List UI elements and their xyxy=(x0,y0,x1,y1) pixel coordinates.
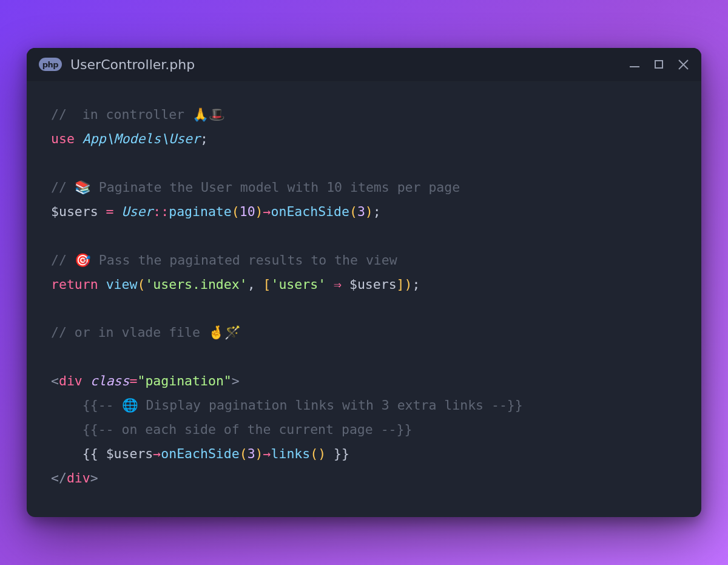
code-paren: ) xyxy=(255,204,263,219)
code-angle: </ xyxy=(51,470,67,485)
code-paren: ) xyxy=(405,277,413,292)
code-variable: $users xyxy=(51,204,98,219)
code-editor[interactable]: // in controller 🙏🎩 use App\Models\User;… xyxy=(27,82,701,518)
code-keyword: return xyxy=(51,277,98,292)
code-comment: {{-- on each side of the current page --… xyxy=(83,422,413,437)
minimize-button[interactable] xyxy=(629,58,641,70)
code-keyword: use xyxy=(51,131,75,146)
code-tag: div xyxy=(67,470,90,485)
title-bar: php UserController.php xyxy=(27,48,701,82)
code-string: 'users' xyxy=(271,277,326,292)
code-variable: $users xyxy=(349,277,397,292)
code-bracket: ] xyxy=(397,277,405,292)
code-number: 3 xyxy=(248,446,255,461)
file-title: UserController.php xyxy=(70,57,629,72)
code-operator: :: xyxy=(153,204,169,219)
code-variable: $users xyxy=(106,446,153,461)
code-arrow: → xyxy=(153,446,161,461)
code-operator: = xyxy=(129,373,137,388)
code-paren: ) xyxy=(365,204,373,219)
code-sep: \ xyxy=(106,131,114,146)
code-arrow: → xyxy=(263,204,271,219)
code-arrow: ⇒ xyxy=(326,277,349,292)
code-namespace: App xyxy=(83,131,106,146)
window-controls xyxy=(629,58,689,70)
code-arrow: → xyxy=(263,446,271,461)
code-paren: () xyxy=(310,446,326,461)
code-text: }} xyxy=(326,446,349,461)
code-bracket: [ xyxy=(263,277,271,292)
code-comment: // in controller 🙏🎩 xyxy=(51,107,225,122)
code-function: links xyxy=(271,446,311,461)
code-angle: > xyxy=(232,373,240,388)
code-paren: ( xyxy=(240,446,248,461)
code-paren: ( xyxy=(137,277,145,292)
code-text: ; xyxy=(413,277,420,292)
code-number: 10 xyxy=(240,204,255,219)
code-sep: \ xyxy=(161,131,169,146)
code-angle: > xyxy=(90,470,98,485)
code-comment: // or in vlade file 🤞🪄 xyxy=(51,325,241,340)
code-text xyxy=(83,373,90,388)
code-tag: div xyxy=(59,373,83,388)
code-text: {{ xyxy=(83,446,106,461)
code-attr: class xyxy=(90,373,130,388)
code-paren: ( xyxy=(232,204,240,219)
code-function: onEachSide xyxy=(271,204,349,219)
code-text: ; xyxy=(373,204,381,219)
code-string: 'users.index' xyxy=(145,277,247,292)
minimize-icon xyxy=(630,66,639,67)
maximize-button[interactable] xyxy=(653,58,665,70)
code-angle: < xyxy=(51,373,59,388)
code-function: view xyxy=(106,277,138,292)
code-paren: ( xyxy=(349,204,357,219)
code-function: paginate xyxy=(169,204,232,219)
code-text: ; xyxy=(200,131,208,146)
close-icon xyxy=(678,59,689,70)
code-text xyxy=(75,131,83,146)
code-comment: // 📚 Paginate the User model with 10 ite… xyxy=(51,180,460,195)
code-class: User xyxy=(122,204,153,219)
maximize-icon xyxy=(655,60,663,69)
code-function: onEachSide xyxy=(161,446,239,461)
code-paren: ) xyxy=(255,446,263,461)
php-icon: php xyxy=(39,58,62,71)
code-comment: {{-- 🌐 Display pagination links with 3 e… xyxy=(83,398,523,413)
code-comment: // 🎯 Pass the paginated results to the v… xyxy=(51,252,397,268)
code-namespace: Models xyxy=(114,131,161,146)
code-text xyxy=(98,277,106,292)
code-text: , xyxy=(248,277,263,292)
close-button[interactable] xyxy=(677,58,689,70)
code-class: User xyxy=(169,131,200,146)
code-number: 3 xyxy=(357,204,365,219)
editor-window: php UserController.php // in controller … xyxy=(27,48,701,518)
code-operator: = xyxy=(98,204,122,219)
code-string: "pagination" xyxy=(137,373,231,388)
